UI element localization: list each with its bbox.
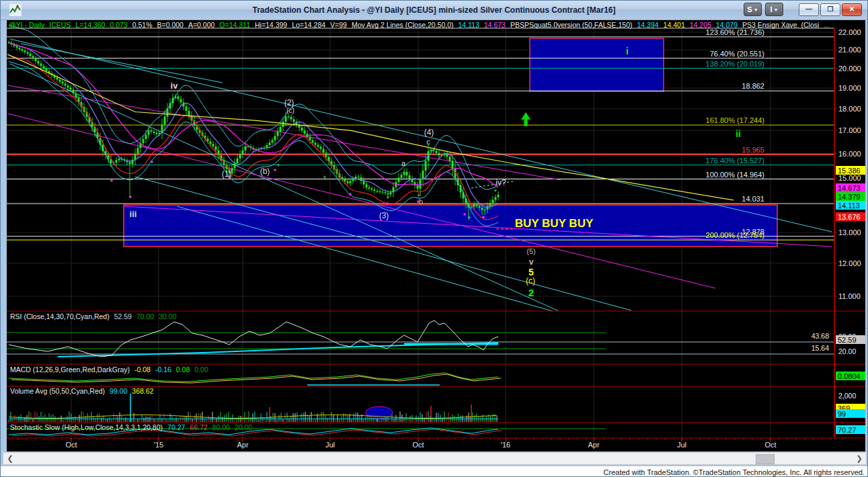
wave-label: 2 — [528, 287, 534, 298]
fib-label: 100.00% (14.964) — [706, 171, 764, 179]
buy-zone-box — [124, 205, 777, 247]
indicator-value: 70.27 — [167, 423, 185, 431]
fib-label: 138.20% (20.019) — [706, 60, 764, 68]
price-tick-label: 21.000 — [838, 46, 861, 54]
squat-dot — [274, 169, 276, 171]
month-label: Oct — [412, 441, 424, 449]
rsi-inline-label: 15.64 — [812, 344, 829, 352]
wave-label: a — [401, 159, 406, 167]
fib-label: 18.862 — [742, 82, 764, 90]
wave-label: iv — [171, 81, 179, 91]
restore-button[interactable]: ❐ — [820, 3, 840, 16]
close-button[interactable]: ✕ — [842, 3, 862, 16]
minimize-button[interactable]: — — [799, 3, 819, 16]
entry-plus-marker: + — [494, 187, 497, 194]
squat-dot — [111, 180, 113, 182]
indicator-value: B=0.000 — [157, 21, 184, 29]
indicator-value: -0.16 — [155, 365, 171, 374]
macd-label: MACD (12,26,9,Green,Red,DarkGray) — [10, 365, 130, 374]
fib-label: 15.965 — [742, 146, 764, 154]
wave-label: (c) — [286, 107, 294, 114]
indicator-value: 14.079 — [716, 21, 738, 29]
wave-label: ii — [736, 128, 741, 139]
minimize-icon: — — [805, 6, 812, 13]
price-tick-label: 16.000 — [838, 150, 861, 158]
squat-dot — [151, 161, 153, 163]
stochastic-label: Stochastic Slow (High,Low,Close,14,3,3,1… — [10, 423, 163, 431]
squat-dot — [483, 216, 485, 218]
rsi-inline-label: 43.68 — [812, 332, 829, 340]
wave-label: (c) — [526, 276, 535, 286]
price-tick-label: 18.000 — [838, 105, 861, 113]
price-tick-label: 12.000 — [838, 259, 861, 267]
squat-dot — [464, 214, 466, 216]
indicator-value: 14.113 — [458, 21, 479, 29]
month-label: '16 — [501, 441, 510, 449]
scroll-right-arrow-icon[interactable]: ❯ — [854, 453, 865, 464]
price-tick-label: 11.000 — [838, 292, 861, 300]
price-badge-label: 15.386 — [838, 167, 861, 175]
indicator-value: 0.51% — [132, 21, 153, 29]
price-tick-label: 22.000 — [838, 28, 861, 36]
status-line-dropdown-label: S — [747, 5, 752, 13]
wave-label: i — [626, 46, 629, 56]
indicator-value: 0.073 — [110, 21, 127, 29]
price-tick-label: 15.000 — [838, 174, 861, 182]
wave-label: iii — [130, 209, 137, 219]
price-badge-label: 14.113 — [838, 202, 860, 210]
indicator-value: @YI - Daily — [9, 21, 44, 29]
squat-dot — [350, 193, 352, 196]
fib-label: 176.40% (15.527) — [706, 157, 764, 165]
wave-label: (5) — [526, 247, 535, 255]
indicator-value: L=14.360 — [75, 21, 105, 29]
indicator-value: Mov Avg 2 Lines (Close,20,50,0) — [352, 21, 454, 29]
indicator-value: 0.00 — [194, 365, 208, 374]
indicator-value: Lo=14.284 — [292, 21, 325, 29]
indicator-value: Hi=14.399 — [255, 21, 287, 29]
indicator-value: V=99 — [330, 21, 347, 29]
indicator-status-row: @YI - DailyICEUSL=14.3600.0730.51%B=0.00… — [9, 21, 834, 29]
wave-label: iv? — [496, 178, 506, 187]
scrollbar-thumb[interactable] — [756, 454, 775, 464]
chart-canvas: 123.60% (21.736)76.40% (20.551)138.20% (… — [1, 1, 868, 477]
scroll-left-arrow-icon[interactable]: ❮ — [5, 453, 15, 464]
price-tick-label: 20.000 — [838, 64, 861, 73]
wave-label: BUY BUY BUY — [515, 217, 594, 230]
copyright-text: Created with TradeStation. ©TradeStation… — [604, 468, 865, 476]
title-bar[interactable]: TradeStation Chart Analysis - @YI Daily … — [1, 1, 867, 20]
entry-plus-marker: + — [467, 214, 471, 221]
indicator-value: 70.00 — [136, 312, 154, 320]
entry-plus-marker: + — [276, 162, 280, 169]
month-label: Oct — [764, 441, 776, 449]
projection-box — [530, 38, 664, 91]
indicator-value: 80.00 — [212, 423, 230, 431]
squat-dot — [387, 203, 389, 205]
indicator-value: 99.00 — [110, 387, 127, 395]
fib-label: 123.60% (21.736) — [706, 28, 764, 36]
month-label: Jul — [325, 441, 335, 449]
status-line-dropdown-button[interactable]: S▼ — [744, 3, 762, 16]
price-tick-label: 19.000 — [838, 84, 861, 92]
month-label: Oct — [65, 441, 77, 449]
volume-label-row: Volume Avg (50,50,Cyan,Red)99.00368.62 — [10, 387, 163, 395]
horizontal-scrollbar[interactable]: ❮ ❯ — [3, 452, 867, 465]
price-badge-label: 14.379 — [838, 193, 861, 201]
fib-label: 76.40% (20.551) — [710, 50, 764, 58]
caret-down-icon: ▼ — [754, 7, 758, 12]
entry-plus-marker: + — [323, 174, 326, 181]
app-icon — [9, 4, 22, 16]
indicator-value: 14.205 — [690, 21, 711, 29]
price-badge-label: 0.0804 — [838, 372, 861, 380]
indicator-value: 30.00 — [159, 312, 176, 320]
indicator-dropdown-label: I — [771, 5, 773, 13]
indicator-dropdown-button[interactable]: I▼ — [765, 3, 783, 16]
rsi-label-row: RSI (Close,14,30,70,Cyan,Red)52.5970.003… — [10, 312, 186, 320]
indicator-value: O=14.311 — [219, 21, 250, 29]
macd-label-row: MACD (12,26,9,Green,Red,DarkGray)-0.08-0… — [10, 365, 218, 374]
stochastic-label-row: Stochastic Slow (High,Low,Close,14,3,3,1… — [10, 423, 262, 431]
wave-label: c — [426, 138, 430, 146]
indicator-value: 66.72 — [190, 423, 207, 431]
wave-label: (2) — [284, 98, 294, 107]
indicator-value: ... — [824, 21, 830, 29]
wave-label: (1) — [222, 169, 232, 179]
